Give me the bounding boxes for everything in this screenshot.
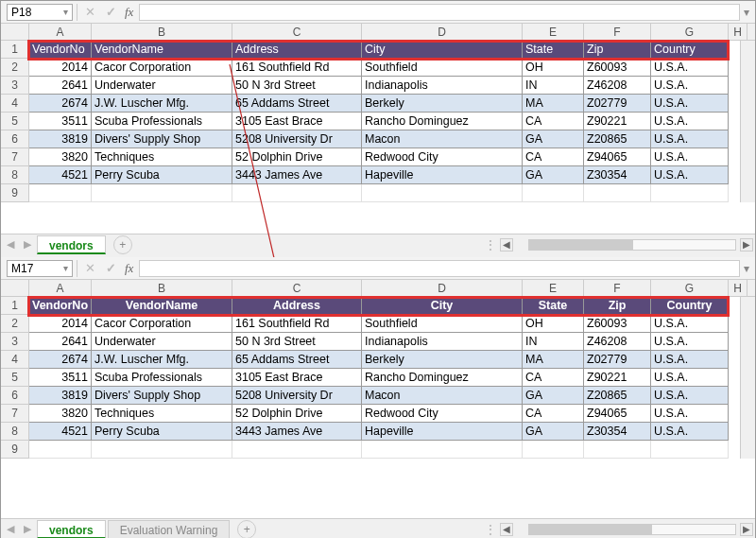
- col-header-A[interactable]: A: [29, 280, 92, 296]
- cell[interactable]: Z90221: [584, 113, 651, 130]
- cell[interactable]: U.S.A.: [651, 95, 729, 113]
- row-header[interactable]: 8: [1, 423, 29, 441]
- cell[interactable]: CA: [523, 369, 584, 387]
- dropdown-icon[interactable]: ▾: [63, 7, 68, 17]
- fx-label[interactable]: fx: [123, 261, 135, 276]
- cell[interactable]: U.S.A.: [651, 333, 729, 351]
- row-header[interactable]: 5: [1, 369, 29, 387]
- tab-split-handle[interactable]: ⋮: [485, 523, 496, 536]
- cell[interactable]: Z30354: [584, 423, 651, 441]
- table-row[interactable]: 84521Perry Scuba3443 James AveHapevilleG…: [1, 423, 755, 441]
- cell[interactable]: [651, 184, 729, 202]
- sheet-tab-vendors[interactable]: vendors: [37, 520, 106, 539]
- cell[interactable]: Z20865: [584, 130, 651, 148]
- cell[interactable]: [29, 441, 92, 459]
- sheet-tab-evaluation-warning[interactable]: Evaluation Warning: [108, 520, 231, 539]
- cell[interactable]: Redwood City: [362, 405, 523, 423]
- table-row[interactable]: 32641Underwater50 N 3rd StreetIndianapol…: [1, 77, 755, 95]
- tab-nav-prev-icon[interactable]: ◀: [3, 523, 18, 535]
- row-header[interactable]: 3: [1, 333, 29, 351]
- cell[interactable]: [584, 441, 651, 459]
- cell[interactable]: [523, 184, 584, 202]
- cell[interactable]: J.W. Luscher Mfg.: [92, 95, 232, 113]
- table-row[interactable]: 42674J.W. Luscher Mfg.65 Addams StreetBe…: [1, 351, 755, 369]
- cell[interactable]: Indianapolis: [362, 333, 523, 351]
- cell[interactable]: 3105 East Brace: [232, 113, 362, 130]
- header-cell[interactable]: Zip: [584, 41, 651, 59]
- cell[interactable]: 2674: [29, 351, 92, 369]
- cell[interactable]: [584, 184, 651, 202]
- formula-input[interactable]: [139, 4, 740, 21]
- cell[interactable]: Techniques: [92, 148, 232, 166]
- formula-input[interactable]: [139, 260, 740, 277]
- row-header[interactable]: 4: [1, 95, 29, 113]
- cell[interactable]: Southfield: [362, 59, 523, 77]
- cell[interactable]: 2014: [29, 59, 92, 77]
- col-header-H[interactable]: H: [729, 24, 747, 40]
- cell[interactable]: U.S.A.: [651, 369, 729, 387]
- cell[interactable]: Divers' Supply Shop: [92, 130, 232, 148]
- horizontal-scrollbar[interactable]: [528, 239, 736, 251]
- cell[interactable]: Z20865: [584, 387, 651, 405]
- cell[interactable]: U.S.A.: [651, 77, 729, 95]
- tab-nav-next-icon[interactable]: ▶: [20, 523, 35, 535]
- cell[interactable]: [651, 441, 729, 459]
- row-header[interactable]: 9: [1, 184, 29, 202]
- cell[interactable]: 52 Dolphin Drive: [232, 405, 362, 423]
- row-header[interactable]: 7: [1, 405, 29, 423]
- cell[interactable]: CA: [523, 148, 584, 166]
- col-header-G[interactable]: G: [651, 24, 729, 40]
- cell[interactable]: Divers' Supply Shop: [92, 387, 232, 405]
- cell[interactable]: GA: [523, 166, 584, 184]
- cell[interactable]: 3819: [29, 130, 92, 148]
- vertical-scrollbar[interactable]: [740, 41, 755, 202]
- add-sheet-button[interactable]: +: [237, 520, 256, 539]
- cell[interactable]: [362, 441, 523, 459]
- cell[interactable]: 3819: [29, 387, 92, 405]
- cell[interactable]: J.W. Luscher Mfg.: [92, 351, 232, 369]
- horizontal-scrollbar[interactable]: [528, 524, 736, 535]
- cell[interactable]: 161 Southfield Rd: [232, 315, 362, 333]
- cell[interactable]: Z60093: [584, 59, 651, 77]
- row-header[interactable]: 7: [1, 148, 29, 166]
- cell[interactable]: GA: [523, 387, 584, 405]
- header-cell[interactable]: VendorNo: [29, 41, 92, 59]
- col-header-F[interactable]: F: [584, 24, 651, 40]
- cell[interactable]: Cacor Corporation: [92, 315, 232, 333]
- cell[interactable]: 3511: [29, 113, 92, 130]
- header-cell[interactable]: VendorNo: [29, 297, 92, 315]
- cell[interactable]: U.S.A.: [651, 148, 729, 166]
- header-cell[interactable]: Country: [651, 297, 729, 315]
- col-header-D[interactable]: D: [362, 280, 523, 296]
- cell[interactable]: 2674: [29, 95, 92, 113]
- cell[interactable]: 65 Addams Street: [232, 351, 362, 369]
- cell[interactable]: GA: [523, 423, 584, 441]
- spreadsheet-grid[interactable]: A B C D E F G H 1 VendorNo VendorName Ad…: [1, 24, 755, 202]
- cell[interactable]: U.S.A.: [651, 351, 729, 369]
- cell[interactable]: 2014: [29, 315, 92, 333]
- table-row[interactable]: 63819Divers' Supply Shop5208 University …: [1, 387, 755, 405]
- cell[interactable]: Scuba Professionals: [92, 113, 232, 130]
- cell[interactable]: 2641: [29, 333, 92, 351]
- cell[interactable]: Z30354: [584, 166, 651, 184]
- sheet-tab-vendors[interactable]: vendors: [37, 235, 106, 254]
- header-cell[interactable]: Address: [232, 297, 362, 315]
- header-cell[interactable]: State: [523, 41, 584, 59]
- cell[interactable]: OH: [523, 59, 584, 77]
- cell[interactable]: [29, 184, 92, 202]
- cell[interactable]: [92, 184, 232, 202]
- tab-split-handle[interactable]: ⋮: [485, 238, 496, 252]
- cell[interactable]: 65 Addams Street: [232, 95, 362, 113]
- cell[interactable]: Z46208: [584, 77, 651, 95]
- cell[interactable]: Rancho Dominguez: [362, 113, 523, 130]
- expand-formula-icon[interactable]: ▾: [744, 262, 749, 275]
- cell[interactable]: Southfield: [362, 315, 523, 333]
- table-row[interactable]: 53511Scuba Professionals3105 East BraceR…: [1, 113, 755, 130]
- cell[interactable]: U.S.A.: [651, 166, 729, 184]
- cell[interactable]: [232, 441, 362, 459]
- cell[interactable]: 4521: [29, 166, 92, 184]
- table-row-empty[interactable]: 9: [1, 441, 755, 459]
- row-header[interactable]: 9: [1, 441, 29, 459]
- cell[interactable]: IN: [523, 77, 584, 95]
- cell[interactable]: Z46208: [584, 333, 651, 351]
